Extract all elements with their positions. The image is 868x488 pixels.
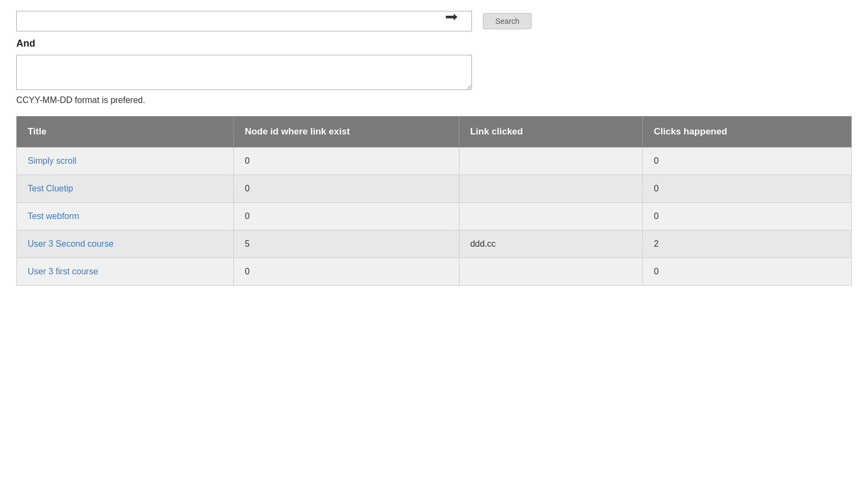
title-link[interactable]: User 3 Second course bbox=[28, 239, 113, 248]
cell-clicks-happened: 0 bbox=[643, 147, 852, 175]
cell-node-id: 0 bbox=[234, 147, 459, 175]
and-label: And bbox=[16, 38, 852, 49]
cell-title: User 3 Second course bbox=[17, 230, 234, 258]
format-hint: CCYY-MM-DD format is prefered. bbox=[16, 95, 852, 105]
col-header-node: Node id where link exist bbox=[234, 117, 459, 147]
cell-clicks-happened: 0 bbox=[643, 175, 852, 203]
cell-clicks-happened: 0 bbox=[643, 203, 852, 230]
title-link[interactable]: User 3 first course bbox=[28, 267, 98, 276]
cell-link-clicked bbox=[459, 147, 643, 175]
cell-link-clicked bbox=[459, 175, 643, 203]
table-row: Simply scroll00 bbox=[17, 147, 852, 175]
cell-node-id: 5 bbox=[234, 230, 459, 258]
col-header-clicks: Clicks happened bbox=[643, 117, 852, 147]
cell-link-clicked bbox=[459, 258, 643, 286]
table-row: User 3 first course00 bbox=[17, 258, 852, 286]
cell-clicks-happened: 2 bbox=[643, 230, 852, 258]
cell-node-id: 0 bbox=[234, 258, 459, 286]
page-container: ⮕ Search And CCYY-MM-DD format is prefer… bbox=[0, 0, 868, 488]
cell-title: Simply scroll bbox=[17, 147, 234, 175]
cell-node-id: 0 bbox=[234, 203, 459, 230]
search-button[interactable]: Search bbox=[483, 13, 532, 29]
title-link[interactable]: Simply scroll bbox=[28, 156, 76, 165]
cell-title: Test webform bbox=[17, 203, 234, 230]
date-to-input[interactable] bbox=[16, 55, 472, 90]
cell-link-clicked bbox=[459, 203, 643, 230]
col-header-link: Link clicked bbox=[459, 117, 643, 147]
title-link[interactable]: Test webform bbox=[28, 211, 79, 221]
table-header-row: Title Node id where link exist Link clic… bbox=[17, 117, 852, 147]
cell-title: User 3 first course bbox=[17, 258, 234, 286]
results-table: Title Node id where link exist Link clic… bbox=[16, 116, 852, 286]
table-row: Test webform00 bbox=[17, 203, 852, 230]
title-link[interactable]: Test Cluetip bbox=[28, 184, 73, 193]
col-header-title: Title bbox=[17, 117, 234, 147]
table-row: User 3 Second course5ddd.cc2 bbox=[17, 230, 852, 258]
cell-title: Test Cluetip bbox=[17, 175, 234, 203]
table-row: Test Cluetip00 bbox=[17, 175, 852, 203]
date-from-input[interactable] bbox=[16, 11, 472, 31]
cell-clicks-happened: 0 bbox=[643, 258, 852, 286]
cell-node-id: 0 bbox=[234, 175, 459, 203]
top-input-row: ⮕ Search bbox=[16, 11, 852, 31]
cell-link-clicked: ddd.cc bbox=[459, 230, 643, 258]
